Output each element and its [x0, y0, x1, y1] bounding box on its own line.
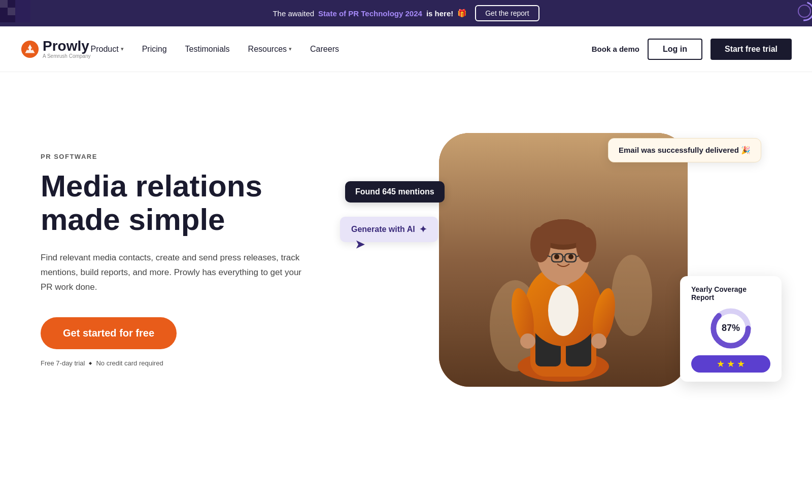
banner-post-text: is here! [426, 9, 453, 18]
svg-rect-1 [15, 0, 30, 22]
ai-label: Generate with AI [351, 225, 415, 234]
book-demo-link[interactable]: Book a demo [592, 45, 639, 53]
nav-testimonials[interactable]: Testimonials [185, 45, 230, 54]
cursor-icon: ➤ [355, 238, 364, 251]
logo-area[interactable]: Prowly A Semrush Company [20, 39, 91, 59]
banner-right-decoration [761, 0, 812, 22]
banner-pre-text: The awaited [273, 9, 314, 18]
banner-left-decoration [0, 0, 51, 22]
mentions-card: Found 645 mentions [345, 181, 445, 203]
donut-chart: 87% [691, 306, 770, 351]
svg-text:87%: 87% [722, 323, 740, 333]
navbar: Prowly A Semrush Company Product ▾ Prici… [0, 26, 812, 72]
star-icon: ★ [727, 358, 735, 369]
svg-point-20 [520, 333, 535, 349]
chevron-down-icon: ▾ [289, 46, 292, 52]
star-icon: ★ [717, 358, 725, 369]
cta-subtext: Free 7-day trial ◆ No credit card requir… [41, 359, 335, 367]
svg-point-21 [591, 333, 606, 349]
get-report-button[interactable]: Get the report [475, 5, 539, 21]
chevron-down-icon: ▾ [121, 46, 124, 52]
sparkle-icon: ✦ [419, 224, 427, 235]
bullet-dot: ◆ [89, 361, 92, 365]
svg-point-10 [612, 255, 652, 336]
banner-highlight: State of PR Technology 2024 [318, 9, 422, 18]
svg-point-33 [554, 254, 559, 259]
banner-text: The awaited State of PR Technology 2024 … [273, 9, 467, 18]
get-started-button[interactable]: Get started for free [41, 317, 177, 349]
nav-links: Product ▾ Pricing Testimonials Resources… [91, 45, 592, 54]
svg-point-34 [568, 254, 573, 259]
svg-point-17 [548, 285, 579, 336]
svg-point-5 [798, 5, 810, 17]
nav-resources[interactable]: Resources ▾ [248, 45, 292, 54]
hero-left: PR SOFTWARE Media relations made simple … [41, 153, 335, 367]
person-illustration [439, 133, 688, 387]
hero-cta-area: Get started for free Free 7-day trial ◆ … [41, 317, 335, 367]
banner-emoji: 🎁 [457, 9, 467, 18]
generate-ai-card[interactable]: Generate with AI ✦ ➤ [340, 217, 438, 242]
start-trial-button[interactable]: Start free trial [710, 39, 792, 60]
hero-image [439, 133, 688, 387]
coverage-report-card: Yearly Coverage Report 87% ★ ★ ★ [680, 276, 782, 382]
nav-actions: Book a demo Log in Start free trial [592, 39, 792, 60]
logo-sub: A Semrush Company [43, 53, 91, 59]
nav-careers[interactable]: Careers [310, 45, 339, 54]
hero-section: PR SOFTWARE Media relations made simple … [0, 72, 812, 438]
logo-icon [20, 40, 40, 59]
nav-pricing[interactable]: Pricing [142, 45, 167, 54]
email-success-card: Email was successfully delivered 🎉 [608, 138, 761, 162]
logo-name: Prowly [43, 39, 91, 53]
hero-title: Media relations made simple [41, 170, 335, 237]
party-emoji: 🎉 [741, 146, 751, 154]
login-button[interactable]: Log in [648, 39, 702, 60]
hero-description: Find relevant media contacts, create and… [41, 251, 304, 295]
svg-point-26 [576, 227, 596, 262]
report-title: Yearly Coverage Report [691, 285, 770, 301]
svg-rect-3 [8, 8, 15, 15]
svg-point-7 [27, 48, 29, 50]
star-icon: ★ [737, 358, 745, 369]
svg-rect-2 [0, 0, 8, 8]
donut-svg: 87% [708, 306, 754, 351]
stars-row: ★ ★ ★ [691, 355, 770, 373]
hero-right: Email was successfully delivered 🎉 [355, 123, 771, 397]
hero-tag: PR SOFTWARE [41, 153, 335, 160]
svg-point-27 [530, 227, 551, 262]
top-banner: The awaited State of PR Technology 2024 … [0, 0, 812, 26]
nav-product[interactable]: Product ▾ [91, 45, 124, 54]
svg-point-8 [31, 48, 33, 50]
person-background [439, 133, 688, 387]
